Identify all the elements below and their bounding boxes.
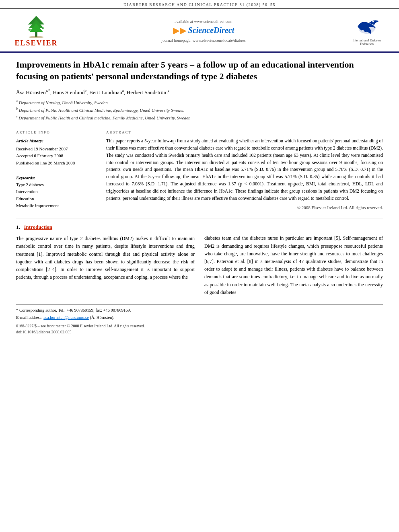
- sd-arrow-icon: ▶▶: [173, 25, 187, 36]
- abstract-text: This paper reports a 5-year follow-up fr…: [106, 138, 383, 202]
- history-label: Article history:: [16, 138, 97, 145]
- affiliation-b: b Department of Public Health and Clinic…: [16, 107, 383, 113]
- author3-name: , Berit Lundman: [86, 89, 122, 95]
- received-date: Received 19 November 2007: [16, 146, 97, 153]
- author1-name: Åsa Hörnsten: [16, 89, 46, 95]
- keyword-4: Metabolic improvement: [16, 202, 97, 210]
- divider-1: [16, 126, 383, 126]
- idf-logo: International Diabetes Federation: [347, 16, 387, 46]
- main-content: Improvements in HbA1c remain after 5 yea…: [0, 53, 399, 343]
- corresponding-author-text: * Corresponding author. Tel.: +46 907869…: [16, 308, 131, 312]
- article-history: Article history: Received 19 November 20…: [16, 138, 97, 166]
- affiliation-a: a Department of Nursing, Umeå University…: [16, 99, 383, 106]
- published-date: Published on line 26 March 2008: [16, 160, 97, 167]
- email-person: (Å. Hörnsten).: [90, 315, 114, 320]
- author4-sup: c: [168, 88, 169, 92]
- idf-bird-icon: [353, 16, 381, 38]
- elsevier-tree-icon: [20, 14, 52, 38]
- doi-line: doi:10.1016/j.diabres.2008.02.005: [16, 329, 383, 335]
- info-abstract-columns: Article Info Article history: Received 1…: [16, 130, 383, 210]
- footer-info: 0168-8227/$ – see front matter © 2008 El…: [16, 323, 383, 335]
- divider-info: [16, 171, 97, 171]
- article-info-column: Article Info Article history: Received 1…: [16, 130, 97, 210]
- elsevier-logo: ELSEVIER: [12, 14, 60, 47]
- banner: ELSEVIER available at www.sciencedirect.…: [0, 9, 399, 53]
- body-columns: 1. Introduction The progressive nature o…: [16, 223, 383, 300]
- accepted-date: Accepted 6 February 2008: [16, 152, 97, 160]
- article-title: Improvements in HbA1c remain after 5 yea…: [16, 59, 383, 82]
- author4-name: , Herbert Sandström: [124, 89, 168, 95]
- body-para-2: diabetes team and the diabetes nurse in …: [204, 234, 383, 296]
- section1-num: 1.: [16, 224, 20, 230]
- footnote-area: * Corresponding author. Tel.: +46 907869…: [16, 304, 383, 335]
- section1-heading: 1. Introduction: [16, 223, 195, 232]
- body-col-right: diabetes team and the diabetes nurse in …: [204, 223, 383, 300]
- authors-line: Åsa Hörnstena,*, Hans Stenlundb, Berit L…: [16, 88, 383, 96]
- email-label: E-mail address:: [16, 315, 43, 320]
- center-banner: available at www.sciencedirect.com ▶▶ Sc…: [60, 19, 347, 43]
- issn-line: 0168-8227/$ – see front matter © 2008 El…: [16, 323, 383, 329]
- abstract-column: Abstract This paper reports a 5-year fol…: [106, 130, 383, 210]
- page-wrapper: Diabetes Research and Clinical Practice …: [0, 0, 399, 343]
- author1-sup: a,*: [46, 88, 50, 92]
- body-para-1: The progressive nature of type 2 diabete…: [16, 235, 195, 281]
- keyword-2: Intervention: [16, 188, 97, 195]
- keyword-3: Education: [16, 195, 97, 203]
- abstract-label: Abstract: [106, 130, 383, 134]
- email-address: asa.hornsten@nurs.umu.se: [43, 315, 89, 320]
- svg-point-8: [372, 21, 374, 23]
- available-at-text: available at www.sciencedirect.com: [60, 19, 347, 24]
- sciencedirect-text: ScienceDirect: [188, 26, 234, 35]
- journal-title: Diabetes Research and Clinical Practice …: [123, 2, 276, 7]
- sciencedirect-logo: ▶▶ ScienceDirect: [60, 25, 347, 36]
- journal-homepage-text: journal homepage: www.elsevier.com/locat…: [60, 38, 347, 43]
- keywords-label: Keywords:: [16, 175, 97, 180]
- email-line: E-mail address: asa.hornsten@nurs.umu.se…: [16, 314, 383, 321]
- article-info-label: Article Info: [16, 130, 97, 134]
- svg-point-6: [42, 27, 44, 29]
- svg-point-1: [29, 36, 44, 38]
- body-col-left: 1. Introduction The progressive nature o…: [16, 223, 195, 300]
- idf-text: International Diabetes Federation: [347, 39, 387, 46]
- body-content: 1. Introduction The progressive nature o…: [16, 218, 383, 300]
- section1-title: Introduction: [24, 224, 53, 230]
- elsevier-text-logo: ELSEVIER: [14, 39, 58, 47]
- journal-header: Diabetes Research and Clinical Practice …: [0, 0, 399, 9]
- copyright-text: © 2008 Elsevier Ireland Ltd. All rights …: [106, 205, 383, 210]
- corresponding-author-note: * Corresponding author. Tel.: +46 907869…: [16, 307, 383, 314]
- keyword-1: Type 2 diabetes: [16, 181, 97, 189]
- keywords-block: Keywords: Type 2 diabetes Intervention E…: [16, 175, 97, 210]
- svg-point-5: [29, 29, 31, 31]
- affiliations: a Department of Nursing, Umeå University…: [16, 99, 383, 121]
- author2-name: , Hans Stenlund: [50, 89, 85, 95]
- affiliation-c: c Department of Public Health and Clinic…: [16, 114, 383, 121]
